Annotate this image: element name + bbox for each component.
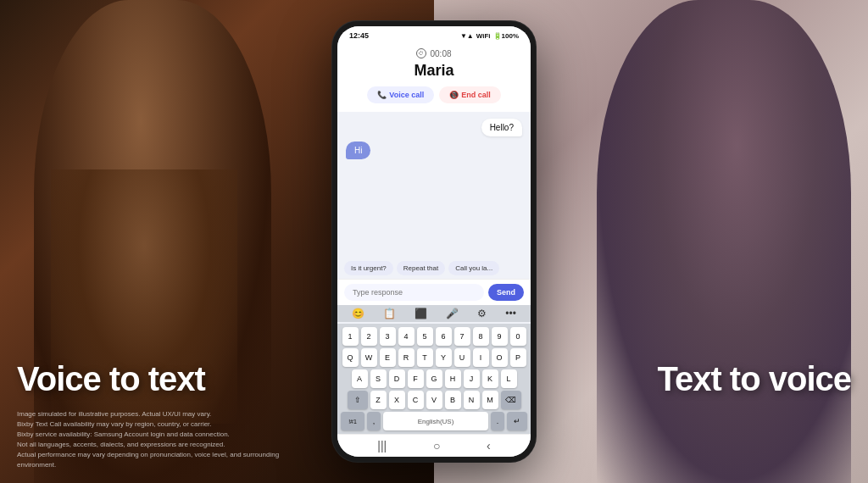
key-5[interactable]: 5 [417,327,433,346]
space-key[interactable]: English(US) [383,412,488,430]
call-header: ⏱ 00:08 Maria 📞 Voice call 📵 End call [337,43,531,112]
keyboard: 1 2 3 4 5 6 7 8 9 0 Q W E R T [337,324,531,434]
chat-area: Hello? Hi [337,112,531,258]
key-r[interactable]: R [398,348,415,367]
phone-shell: 12:45 ▼▲ WiFi 🔋100% ⏱ 00:08 Maria 📞 Vo [332,21,536,462]
period-key[interactable]: . [491,412,504,430]
key-7[interactable]: 7 [454,327,470,346]
key-3[interactable]: 3 [380,327,396,346]
end-call-icon: 📵 [449,91,459,99]
send-button[interactable]: Send [488,284,524,301]
clipboard-icon[interactable]: 📋 [383,308,396,319]
quick-replies: Is it urgent? Repeat that Call you la... [337,258,531,279]
emoji-icon[interactable]: 😊 [352,308,364,319]
key-1[interactable]: 1 [342,327,359,346]
status-bar: 12:45 ▼▲ WiFi 🔋100% [337,26,531,43]
key-p[interactable]: P [510,348,526,367]
key-i[interactable]: I [473,348,489,367]
nav-bar: ||| ○ ‹ [337,434,531,457]
mic-icon[interactable]: 🎤 [446,308,459,319]
status-time: 12:45 [349,31,369,40]
phone-mockup: 12:45 ▼▲ WiFi 🔋100% ⏱ 00:08 Maria 📞 Vo [332,21,536,462]
key-s[interactable]: S [370,369,387,388]
key-x[interactable]: X [389,391,405,409]
message-input[interactable] [344,284,484,301]
gif-icon[interactable]: ⬛ [415,308,427,319]
key-n[interactable]: N [464,391,480,409]
key-o[interactable]: O [492,348,508,367]
message-left: Hi [346,142,370,159]
keyboard-number-row: 1 2 3 4 5 6 7 8 9 0 [339,327,529,346]
key-b[interactable]: B [445,391,461,409]
key-j[interactable]: J [464,369,480,388]
back-icon[interactable]: ‹ [487,439,491,452]
caller-name: Maria [348,62,520,80]
key-0[interactable]: 0 [510,327,526,346]
key-e[interactable]: E [380,348,396,367]
call-buttons: 📞 Voice call 📵 End call [348,86,520,103]
comma-key[interactable]: , [367,412,381,430]
more-icon[interactable]: ••• [505,308,516,319]
quick-reply-repeat[interactable]: Repeat that [397,261,445,275]
key-d[interactable]: D [389,369,405,388]
key-c[interactable]: C [408,391,424,409]
end-call-label: End call [461,91,491,99]
phone-icon: 📞 [377,91,387,99]
settings-icon[interactable]: ⚙ [477,308,487,319]
input-area: Send [337,279,531,305]
key-m[interactable]: M [482,391,498,409]
key-9[interactable]: 9 [492,327,508,346]
key-8[interactable]: 8 [473,327,489,346]
quick-reply-callback[interactable]: Call you la... [448,261,499,275]
recent-apps-icon[interactable]: ||| [377,439,387,452]
key-f[interactable]: F [408,369,424,388]
key-h[interactable]: H [445,369,461,388]
enter-key[interactable]: ↵ [507,412,527,430]
message-right: Hello? [481,119,522,136]
keyboard-zxcv-row: ⇧ Z X C V B N M ⌫ [339,391,529,409]
symbols-key[interactable]: !#1 [341,412,364,430]
key-g[interactable]: G [426,369,442,388]
key-2[interactable]: 2 [361,327,377,346]
signal-icon: ▼▲ [460,32,474,40]
key-a[interactable]: A [352,369,368,388]
disclaimer-text: Image simulated for illustrative purpose… [17,409,305,470]
key-z[interactable]: Z [370,391,387,409]
call-timer: ⏱ 00:08 [348,48,520,58]
key-6[interactable]: 6 [436,327,452,346]
voice-call-button[interactable]: 📞 Voice call [367,86,434,103]
key-u[interactable]: U [454,348,470,367]
voice-call-label: Voice call [389,91,424,99]
status-icons: ▼▲ WiFi 🔋100% [460,32,519,40]
key-w[interactable]: W [361,348,377,367]
timer-value: 00:08 [430,49,451,58]
key-t[interactable]: T [417,348,433,367]
right-overlay-text: Text to voice [657,360,851,398]
keyboard-toolbar: 😊 📋 ⬛ 🎤 ⚙ ••• [337,305,531,322]
keyboard-bottom-row: !#1 , English(US) . ↵ [339,412,529,430]
key-k[interactable]: K [482,369,498,388]
backspace-key[interactable]: ⌫ [501,391,521,409]
key-q[interactable]: Q [342,348,359,367]
timer-icon: ⏱ [416,48,426,58]
key-4[interactable]: 4 [398,327,415,346]
wifi-icon: WiFi [476,32,491,40]
left-overlay-text: Voice to text [17,360,205,398]
home-icon[interactable]: ○ [433,439,440,452]
phone-screen: 12:45 ▼▲ WiFi 🔋100% ⏱ 00:08 Maria 📞 Vo [337,26,531,457]
keyboard-asdf-row: A S D F G H J K L [339,369,529,388]
key-l[interactable]: L [501,369,517,388]
quick-reply-urgent[interactable]: Is it urgent? [344,261,393,275]
battery-icon: 🔋100% [493,32,519,40]
key-v[interactable]: V [426,391,442,409]
end-call-button[interactable]: 📵 End call [439,86,501,103]
key-y[interactable]: Y [436,348,452,367]
shift-key[interactable]: ⇧ [348,391,368,409]
keyboard-qwerty-row: Q W E R T Y U I O P [339,348,529,367]
